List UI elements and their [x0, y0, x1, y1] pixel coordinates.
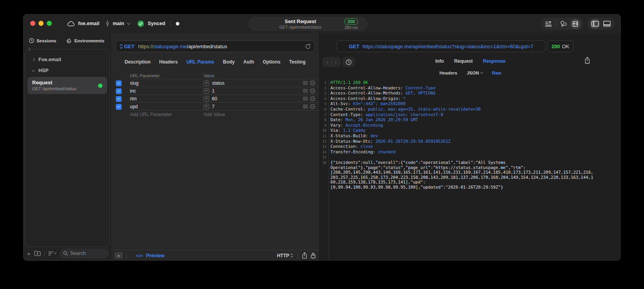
resend-request-button[interactable] — [305, 44, 311, 49]
sent-request-pill[interactable]: Sent Request GET /api/embed/status 200 2… — [248, 17, 368, 31]
line-number: 6 — [320, 107, 327, 112]
tab-description[interactable]: Description — [125, 59, 151, 65]
header-value: Mon, 26 Jan 2026 20:29:59 GMT — [345, 117, 418, 122]
reorder-handle-icon[interactable] — [303, 81, 308, 85]
request-url-input[interactable]: https://statuspage.me/api/embed/status — [138, 44, 227, 49]
tab-url-params[interactable]: URL Params — [186, 59, 214, 65]
toolbar-group-right — [587, 18, 615, 30]
response-viewer-tabs: InfoRequestResponse — [320, 58, 621, 64]
toggle-sidebar-button[interactable] — [590, 19, 600, 29]
new-group-button[interactable] — [34, 251, 41, 256]
param-value-field[interactable]: 7 — [212, 104, 215, 109]
remove-param-icon[interactable] — [310, 104, 315, 109]
project-name[interactable]: foe.email — [78, 21, 99, 26]
status-code-badge: 200 — [345, 18, 358, 25]
param-checkbox[interactable]: ✓ — [116, 104, 122, 110]
param-name-field[interactable]: inc — [130, 88, 204, 94]
sort-filter-button[interactable] — [48, 251, 56, 256]
tab-info[interactable]: Info — [435, 58, 444, 64]
branch-icon — [106, 20, 109, 27]
environments-label: Environments — [74, 38, 104, 43]
tree-item-hsp[interactable]: HSP — [27, 65, 108, 76]
reorder-handle-icon[interactable] — [303, 105, 308, 108]
search-icon — [63, 251, 68, 256]
minimize-window-button[interactable] — [38, 21, 44, 26]
tab-response[interactable]: Response — [483, 58, 505, 64]
dynamic-values-button[interactable] — [558, 19, 569, 29]
url-params-table: URL Parameter Value ✓slug=status✓inc=1✓r… — [111, 72, 319, 118]
zoom-window-button[interactable] — [47, 21, 52, 26]
share-request-button[interactable] — [302, 252, 307, 259]
sent-request-subtitle: GET /api/embed/status — [262, 25, 339, 29]
param-checkbox[interactable]: ✓ — [116, 80, 122, 86]
response-line: 15 — [320, 154, 621, 160]
import-export-button[interactable] — [570, 19, 580, 29]
response-format-tabs: HeadersJSONRaw — [320, 71, 621, 75]
synced-check-icon — [137, 20, 144, 27]
tab-sessions[interactable]: Sessions — [29, 38, 57, 43]
param-value-field[interactable]: 1 — [212, 88, 215, 94]
subtab-headers[interactable]: Headers — [440, 71, 457, 75]
header-value: public, max-age=15, stale-while-revalida… — [368, 107, 481, 111]
remove-param-icon[interactable] — [310, 96, 315, 101]
branch-chevron-down-icon[interactable] — [127, 21, 130, 24]
method-select[interactable]: GET — [124, 44, 135, 49]
line-number: 13 — [320, 144, 327, 149]
protocol-select[interactable]: HTTP — [277, 253, 294, 258]
tab-headers[interactable]: Headers — [159, 59, 178, 65]
response-viewer-pane: GET https://statuspage.me/api/embed/stat… — [320, 33, 621, 261]
sidebar-layout-icon — [591, 21, 599, 27]
header-value: application/json; charset=utf-8 — [365, 112, 443, 117]
toolbar-divider — [556, 21, 556, 27]
response-line: 9Vary: Accept-Encoding — [320, 123, 621, 128]
param-checkbox[interactable]: ✓ — [116, 88, 122, 94]
add-url-parameter-field[interactable]: Add URL Parameter — [130, 112, 204, 117]
app-window: foe.email main Synced — [23, 14, 621, 261]
tab-testing[interactable]: Testing — [289, 59, 306, 65]
request-url-bar[interactable]: GET https://statuspage.me/api/embed/stat… — [115, 40, 315, 52]
subtab-raw[interactable]: Raw — [492, 71, 502, 75]
new-request-button[interactable]: + — [27, 251, 31, 256]
tab-options[interactable]: Options — [263, 59, 280, 65]
tree-item-foe-email[interactable]: Foe.email — [27, 54, 108, 65]
param-value-field[interactable]: 60 — [212, 96, 217, 102]
add-value-field[interactable]: Add Value — [204, 112, 225, 117]
preview-button[interactable]: </> Preview — [136, 253, 164, 258]
param-name-field[interactable]: slug — [130, 80, 204, 86]
remove-param-icon[interactable] — [310, 88, 315, 93]
param-row-actions — [303, 80, 315, 85]
line-number: 11 — [320, 133, 327, 139]
equals-icon: = — [204, 104, 209, 109]
toggle-bottom-panel-button[interactable] — [602, 19, 612, 29]
response-body[interactable]: 1HTTP/1.1 200 OK2Access-Control-Allow-He… — [320, 80, 621, 261]
tab-request[interactable]: Request — [454, 58, 473, 64]
footer-divider — [298, 253, 298, 258]
tab-auth[interactable]: Auth — [243, 59, 254, 65]
line-number: 7 — [320, 112, 327, 118]
param-row-inner: slug=status — [130, 79, 319, 87]
refresh-icon — [305, 44, 311, 49]
remove-param-icon[interactable] — [310, 80, 315, 85]
param-checkbox[interactable]: ✓ — [116, 96, 122, 102]
collapse-panel-button[interactable]: ▲ — [115, 252, 123, 259]
sent-request-url-box[interactable]: GET https://statuspage.me/api/embed/stat… — [337, 40, 545, 52]
branch-name[interactable]: main — [113, 21, 124, 26]
reorder-handle-icon[interactable] — [303, 89, 308, 93]
param-name-field[interactable]: rtm — [130, 96, 204, 102]
titlebar-divider — [170, 20, 171, 27]
tab-environments[interactable]: Environments — [66, 38, 104, 43]
close-window-button[interactable] — [30, 21, 35, 26]
response-line: 1HTTP/1.1 200 OK — [320, 80, 621, 85]
share-icon — [584, 57, 590, 64]
request-list-item-selected[interactable]: Request GET /api/embed/status — [27, 77, 107, 94]
search-input[interactable]: Search — [60, 249, 109, 258]
tab-body[interactable]: Body — [223, 59, 235, 65]
lock-button[interactable] — [311, 253, 316, 258]
subtab-json[interactable]: JSON — [467, 71, 482, 75]
reorder-handle-icon[interactable] — [303, 97, 308, 100]
request-success-dot — [98, 84, 102, 88]
param-value-field[interactable]: status — [212, 80, 224, 86]
export-response-button[interactable] — [584, 57, 590, 64]
param-name-field[interactable]: upd — [130, 104, 204, 109]
export-code-button[interactable] — [543, 19, 553, 29]
